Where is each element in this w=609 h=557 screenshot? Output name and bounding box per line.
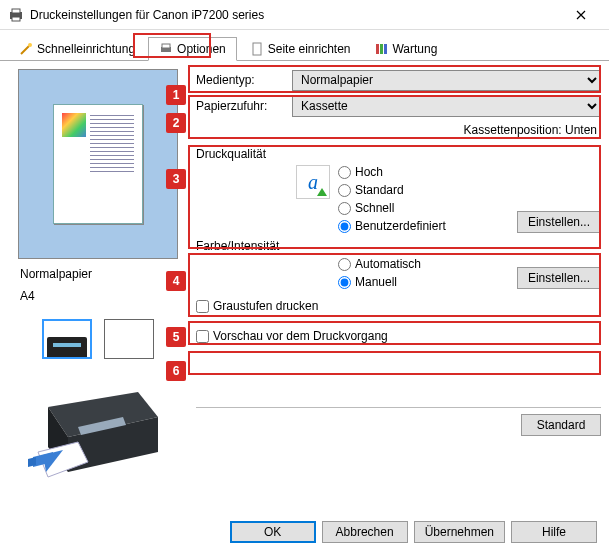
tab-maintenance[interactable]: Wartung: [363, 36, 448, 60]
printer-thumbs: [42, 319, 154, 359]
quality-custom[interactable]: Benutzerdefiniert: [338, 219, 509, 233]
callout-1: 1: [166, 85, 186, 105]
printer-icon: [159, 42, 173, 56]
preview-media-label: Normalpapier: [8, 267, 104, 281]
apply-button[interactable]: Übernehmen: [414, 521, 505, 543]
svg-rect-8: [380, 44, 383, 54]
page-icon: [250, 42, 264, 56]
thumb-printer-front[interactable]: [42, 319, 92, 359]
wand-icon: [19, 42, 33, 56]
cassette-position: Kassettenposition: Unten: [196, 121, 601, 141]
tab-label: Wartung: [392, 42, 437, 56]
page-graphic: [53, 104, 143, 224]
color-label: Farbe/Intensität: [196, 239, 601, 253]
window-title: Druckeinstellungen für Canon iP7200 seri…: [30, 8, 561, 22]
printer-icon: [47, 337, 87, 357]
source-select[interactable]: Kassette: [292, 96, 601, 117]
svg-rect-1: [12, 9, 20, 13]
quality-label: Druckqualität: [196, 147, 601, 161]
ok-button[interactable]: OK: [230, 521, 316, 543]
color-manual[interactable]: Manuell: [338, 275, 509, 289]
printer-icon: [8, 7, 24, 23]
color-set-button[interactable]: Einstellen...: [517, 267, 601, 289]
tabbar: Schnelleinrichtung Optionen Seite einric…: [0, 30, 609, 61]
preview-check[interactable]: Vorschau vor dem Druckvorgang: [196, 325, 601, 347]
color-auto[interactable]: Automatisch: [338, 257, 509, 271]
quality-icon: a: [296, 165, 330, 199]
color-swatch: [62, 113, 86, 137]
group-color: Farbe/Intensität Automatisch Manuell Ein…: [196, 239, 601, 289]
quality-high[interactable]: Hoch: [338, 165, 509, 179]
quality-standard[interactable]: Standard: [338, 183, 509, 197]
svg-rect-7: [376, 44, 379, 54]
svg-rect-9: [384, 44, 387, 54]
left-panel: Normalpapier A4: [8, 69, 188, 505]
standard-button[interactable]: Standard: [521, 414, 601, 436]
printer-3d-graphic: [28, 377, 168, 487]
tab-options[interactable]: Optionen: [148, 37, 237, 61]
cancel-button[interactable]: Abbrechen: [322, 521, 408, 543]
callout-3: 3: [166, 169, 186, 189]
page-preview: [18, 69, 178, 259]
right-panel: Medientyp: Normalpapier Papierzufuhr: Ka…: [188, 69, 601, 505]
mediatype-label: Medientyp:: [196, 73, 292, 87]
tools-icon: [374, 42, 388, 56]
svg-rect-5: [162, 44, 170, 48]
svg-rect-6: [253, 43, 261, 55]
source-label: Papierzufuhr:: [196, 99, 292, 113]
tab-quick[interactable]: Schnelleinrichtung: [8, 36, 146, 60]
close-button[interactable]: [561, 1, 601, 29]
page-lines: [90, 115, 134, 215]
svg-point-3: [28, 43, 32, 47]
tab-label: Seite einrichten: [268, 42, 351, 56]
group-quality: Druckqualität a Hoch Standard Schnell Be…: [196, 147, 601, 233]
titlebar: Druckeinstellungen für Canon iP7200 seri…: [0, 0, 609, 30]
divider: [196, 407, 601, 408]
tab-label: Optionen: [177, 42, 226, 56]
mediatype-select[interactable]: Normalpapier: [292, 70, 601, 91]
svg-rect-2: [12, 17, 20, 21]
tab-label: Schnelleinrichtung: [37, 42, 135, 56]
redbox-6: [188, 351, 601, 375]
grayscale-check[interactable]: Graustufen drucken: [196, 295, 601, 317]
close-icon: [576, 10, 586, 20]
help-button[interactable]: Hilfe: [511, 521, 597, 543]
callout-4: 4: [166, 271, 186, 291]
row-source: Papierzufuhr: Kassette: [196, 95, 601, 117]
quality-fast[interactable]: Schnell: [338, 201, 509, 215]
preview-size-label: A4: [8, 289, 47, 303]
footer: OK Abbrechen Übernehmen Hilfe: [0, 513, 609, 551]
callout-5: 5: [166, 327, 186, 347]
content: Normalpapier A4 Medientyp: Normalpapier: [0, 61, 609, 513]
tab-page-setup[interactable]: Seite einrichten: [239, 36, 362, 60]
thumb-printer-blank[interactable]: [104, 319, 154, 359]
callout-2: 2: [166, 113, 186, 133]
row-mediatype: Medientyp: Normalpapier: [196, 69, 601, 91]
quality-set-button[interactable]: Einstellen...: [517, 211, 601, 233]
callout-6: 6: [166, 361, 186, 381]
